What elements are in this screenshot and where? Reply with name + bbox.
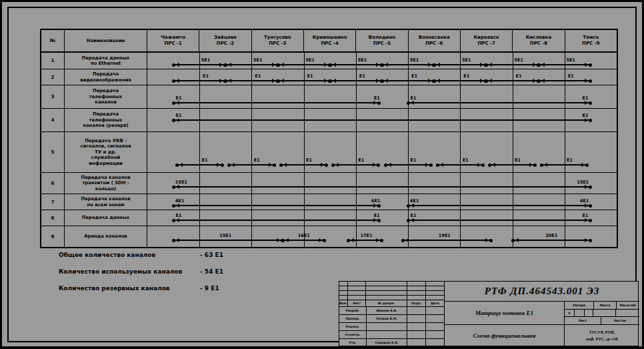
row-label: Передача данных xyxy=(65,210,147,226)
station-header: ЗайцевоПРС -2 xyxy=(199,30,251,51)
channel-count-label: Е1 xyxy=(255,73,261,79)
aux-cell xyxy=(426,291,444,295)
total-label: Общее количество каналов xyxy=(59,252,200,258)
channel-arrow xyxy=(177,164,223,165)
arrowhead-right xyxy=(217,163,220,167)
arrowhead-right xyxy=(373,204,377,208)
title-block-right: РТФ ДП.464543.001 Э3 Матрица потоков Е1 … xyxy=(445,282,639,346)
arrow-endpoint xyxy=(221,163,224,167)
litera-value-cell xyxy=(585,310,593,317)
arrowhead-right xyxy=(585,63,588,67)
row-label-line: видеоизображения xyxy=(80,77,131,83)
row-stations: 15Е116Е117Е119Е120Е1 xyxy=(147,226,617,247)
channel-arrow xyxy=(173,80,225,81)
arrowhead-right xyxy=(272,63,275,67)
arrowhead-right xyxy=(581,163,585,167)
aux-cell xyxy=(366,296,407,300)
arrow-endpoint xyxy=(488,163,491,167)
table-row: 5Передача УКВ -сигналов, сигналовТУ и др… xyxy=(41,132,617,173)
arrow-endpoint xyxy=(589,219,592,222)
channel-arrow xyxy=(513,240,591,241)
sign-date xyxy=(426,331,444,338)
channel-count-label: 4Е1 xyxy=(175,198,185,204)
table-row: 4Передачателефонныхканалов (резерв)Е1Е1 xyxy=(41,109,617,132)
channel-arrow xyxy=(539,64,591,65)
arrow-endpoint xyxy=(224,79,227,83)
aux-cell xyxy=(366,286,407,290)
channel-count-label: Е1 xyxy=(410,157,416,163)
arrowhead-left xyxy=(437,63,440,67)
sign-date xyxy=(426,323,444,330)
aux-cell xyxy=(407,291,426,295)
arrowhead-left xyxy=(515,238,519,242)
channel-count-label: 16Е1 xyxy=(298,233,310,238)
column-divider xyxy=(251,173,252,194)
channel-arrow xyxy=(385,164,431,165)
total-label: Количество используемых каналов xyxy=(59,268,200,275)
column-divider xyxy=(460,53,461,69)
station-name: Вознесенка xyxy=(419,35,450,41)
column-divider xyxy=(304,132,305,172)
litera-sheet-cell: Листов xyxy=(601,317,639,324)
litera-value-cell xyxy=(616,310,638,317)
sign-row: Н.контр. xyxy=(339,331,444,339)
arrowhead-right xyxy=(373,101,377,105)
column-divider xyxy=(460,85,461,108)
sign-signature xyxy=(407,315,426,322)
channel-count-label: 4Е1 xyxy=(410,198,419,204)
arrowhead-left xyxy=(411,204,414,208)
document-type: Схема функциональная xyxy=(445,325,565,346)
column-divider xyxy=(565,53,565,69)
column-divider xyxy=(251,53,252,69)
row-label-line: Передача УКВ - xyxy=(85,138,127,143)
arrowhead-right xyxy=(319,238,322,242)
arrow-endpoint xyxy=(172,79,175,83)
column-divider xyxy=(513,85,513,108)
channel-arrow xyxy=(330,64,382,65)
arrowhead-right xyxy=(425,163,429,167)
channel-count-label: Е1 xyxy=(374,213,380,218)
channel-count-label: Е1 xyxy=(359,73,365,79)
arrowhead-left xyxy=(176,63,179,67)
row-label-line: по всем зонам xyxy=(87,202,124,208)
sign-role: Разраб. xyxy=(339,307,367,314)
column-divider xyxy=(251,69,252,85)
sign-signature xyxy=(407,323,426,330)
channel-arrow xyxy=(486,64,538,65)
station-header: ВолодиноПРС -5 xyxy=(356,30,408,51)
arrowhead-right xyxy=(585,101,588,105)
arrow-endpoint xyxy=(277,79,280,83)
channel-count-label: Е1 xyxy=(203,73,209,79)
title-block-bottom: Схема функциональная ТУСУР, РТФ, каф. РТ… xyxy=(445,325,639,346)
arrow-endpoint xyxy=(172,204,175,208)
station-code: ПРС -1 xyxy=(164,41,181,47)
arrow-endpoint xyxy=(279,163,283,167)
arrowhead-right xyxy=(585,238,588,242)
arrow-endpoint xyxy=(407,204,410,208)
arrowhead-left xyxy=(544,163,547,167)
channel-count-label: 5Е1 xyxy=(462,57,471,63)
sign-header-row: Изм.Лист№ докум.Подп.Дата xyxy=(339,300,444,307)
arrowhead-left xyxy=(285,238,289,242)
arrowhead-left xyxy=(176,204,179,208)
arrowhead-right xyxy=(219,63,223,67)
arrowhead-left xyxy=(541,63,545,67)
station-header: ТомскПРС -9 xyxy=(565,30,617,51)
header-num: № xyxy=(41,30,65,51)
row-label-line: кольцо) xyxy=(95,186,116,192)
channel-count-label: Е1 xyxy=(202,157,208,163)
aux-row xyxy=(339,286,444,291)
arrowhead-right xyxy=(219,79,223,83)
arrowhead-left xyxy=(283,163,287,167)
column-divider xyxy=(251,194,252,210)
arrowhead-left xyxy=(489,63,492,67)
arrow-endpoint xyxy=(433,79,436,83)
arrowhead-left xyxy=(176,185,179,189)
drawing-page: №НаименованиеЧажемтоПРС -1ЗайцевоПРС -2Т… xyxy=(0,0,644,349)
station-code: ПРС -5 xyxy=(373,41,391,47)
sign-role: Утв. xyxy=(339,339,367,346)
row-label-line: ТУ и др. xyxy=(95,149,116,155)
channel-count-label: 20Е1 xyxy=(545,233,557,238)
aux-row xyxy=(339,282,444,286)
channel-count-label: 5Е1 xyxy=(566,57,575,63)
